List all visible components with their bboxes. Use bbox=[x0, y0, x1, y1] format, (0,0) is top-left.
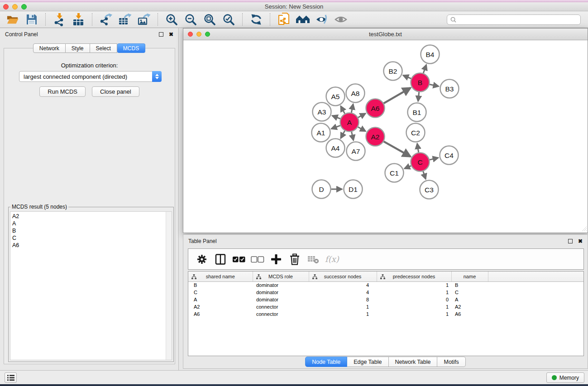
graph-node-D[interactable]: D bbox=[312, 180, 331, 199]
graph-edge-A-A7[interactable] bbox=[352, 132, 354, 140]
memory-button[interactable]: Memory bbox=[546, 372, 584, 383]
graph-edge-A-A1[interactable] bbox=[331, 125, 340, 129]
delete-columns-button[interactable] bbox=[285, 251, 304, 268]
graph-edge-A-A8[interactable] bbox=[351, 104, 353, 113]
network-canvas[interactable]: B4B2BB3A8A5A6A3B1AA1C2A2A4A7C4CC1DD1C3 bbox=[183, 40, 588, 232]
mcds-result-list[interactable]: A2ABCA6 bbox=[10, 211, 172, 360]
graph-edge-A-A4[interactable] bbox=[341, 131, 345, 138]
mcds-result-item[interactable]: C bbox=[10, 234, 172, 242]
search-field[interactable] bbox=[447, 14, 581, 25]
cell[interactable]: 8 bbox=[309, 296, 377, 303]
graph-edge-A-A2[interactable] bbox=[358, 127, 366, 132]
export-network-button[interactable] bbox=[96, 12, 115, 27]
close-table-panel-icon[interactable]: ✖ bbox=[578, 239, 583, 243]
cell[interactable]: A2 bbox=[451, 303, 488, 310]
graph-node-B2[interactable]: B2 bbox=[384, 62, 402, 81]
export-table-button[interactable] bbox=[115, 12, 134, 27]
graph-node-B1[interactable]: B1 bbox=[408, 103, 426, 122]
zoom-in-button[interactable] bbox=[162, 12, 181, 27]
cell[interactable]: 4 bbox=[309, 281, 377, 289]
graph-node-C4[interactable]: C4 bbox=[440, 146, 459, 165]
open-session-button[interactable] bbox=[3, 12, 22, 27]
import-table-button[interactable] bbox=[69, 12, 88, 27]
cell[interactable]: dominator bbox=[253, 281, 309, 289]
column-header-successor-nodes[interactable]: successor nodes bbox=[309, 272, 377, 281]
tab-motifs[interactable]: Motifs bbox=[437, 357, 465, 367]
tab-mcds[interactable]: MCDS bbox=[117, 43, 145, 53]
graph-edge-C-C2[interactable] bbox=[417, 143, 419, 152]
graph-node-A1[interactable]: A1 bbox=[312, 124, 330, 142]
cell[interactable]: 1 bbox=[377, 289, 451, 296]
export-image-button[interactable] bbox=[134, 12, 153, 27]
run-mcds-button[interactable]: Run MCDS bbox=[39, 86, 86, 97]
cell[interactable]: 0 bbox=[377, 296, 451, 303]
select-all-columns-button[interactable] bbox=[229, 251, 248, 268]
deselect-all-columns-button[interactable] bbox=[248, 251, 267, 268]
split-table-button[interactable] bbox=[211, 251, 229, 268]
column-header-shared-name[interactable]: shared name bbox=[188, 272, 253, 281]
import-network-button[interactable] bbox=[50, 12, 69, 27]
cell[interactable]: dominator bbox=[253, 296, 309, 303]
column-header-mcds-role[interactable]: MCDS role bbox=[253, 272, 309, 281]
cell[interactable]: 1 bbox=[309, 310, 377, 318]
graph-node-D1[interactable]: D1 bbox=[344, 180, 363, 199]
cell[interactable]: A bbox=[451, 296, 488, 303]
home-view-button[interactable] bbox=[293, 12, 312, 27]
table-row[interactable]: A2connector11A2 bbox=[188, 303, 583, 310]
graph-node-B3[interactable]: B3 bbox=[440, 80, 459, 98]
cell[interactable]: B bbox=[451, 281, 488, 289]
graph-node-C2[interactable]: C2 bbox=[406, 124, 425, 142]
graph-edge-A2-C[interactable] bbox=[384, 142, 411, 157]
cell[interactable]: A6 bbox=[451, 310, 488, 318]
graph-node-C[interactable]: C bbox=[411, 153, 430, 172]
graph-node-A3[interactable]: A3 bbox=[313, 103, 331, 121]
column-header-predecessor-nodes[interactable]: predecessor nodes bbox=[377, 272, 451, 281]
table-row[interactable]: Cdominator41C bbox=[188, 289, 583, 296]
graph-node-A4[interactable]: A4 bbox=[326, 139, 345, 157]
result-scrollbar[interactable] bbox=[166, 212, 172, 360]
graph-node-A8[interactable]: A8 bbox=[346, 84, 365, 103]
add-column-button[interactable] bbox=[267, 251, 285, 268]
mcds-result-item[interactable]: A6 bbox=[10, 242, 172, 249]
mcds-result-item[interactable]: A bbox=[10, 220, 172, 227]
search-input[interactable] bbox=[459, 16, 577, 23]
graph-edge-C-C1[interactable] bbox=[405, 166, 411, 168]
graph-edge-A-A5[interactable] bbox=[341, 106, 345, 114]
graph-edge-B-B2[interactable] bbox=[403, 75, 411, 78]
graph-edge-C-C3[interactable] bbox=[423, 171, 426, 179]
hide-panel-button[interactable] bbox=[312, 12, 331, 27]
graph-edge-B-B4[interactable] bbox=[423, 65, 426, 73]
clone-network-button[interactable] bbox=[274, 12, 293, 27]
save-session-button[interactable] bbox=[22, 12, 41, 27]
graph-node-A[interactable]: A bbox=[340, 113, 359, 132]
table-settings-button[interactable] bbox=[192, 251, 211, 268]
show-panel-button[interactable] bbox=[331, 12, 350, 27]
cell[interactable]: A bbox=[188, 296, 253, 303]
tab-select[interactable]: Select bbox=[90, 43, 117, 53]
float-table-panel-icon[interactable] bbox=[568, 239, 573, 243]
graph-node-B4[interactable]: B4 bbox=[421, 45, 440, 64]
graph-edge-B-B3[interactable] bbox=[430, 85, 439, 86]
close-panel-button[interactable]: Close panel bbox=[92, 86, 139, 97]
cell[interactable]: B bbox=[188, 281, 253, 289]
graph-node-A5[interactable]: A5 bbox=[326, 87, 345, 106]
graph-edge-A-A3[interactable] bbox=[332, 116, 340, 119]
graph-edge-C-C4[interactable] bbox=[430, 158, 438, 160]
cell[interactable]: 1 bbox=[309, 303, 377, 310]
resize-grip-icon[interactable] bbox=[581, 226, 587, 232]
mcds-result-item[interactable]: B bbox=[10, 227, 172, 234]
zoom-fit-button[interactable] bbox=[200, 12, 219, 27]
task-history-button[interactable] bbox=[5, 372, 17, 383]
float-panel-icon[interactable] bbox=[159, 32, 163, 37]
graph-node-A7[interactable]: A7 bbox=[347, 142, 365, 161]
tab-edge-table[interactable]: Edge Table bbox=[347, 357, 388, 367]
graph-node-A6[interactable]: A6 bbox=[366, 99, 385, 118]
tab-style[interactable]: Style bbox=[66, 43, 90, 53]
cell[interactable]: A2 bbox=[188, 303, 253, 310]
close-panel-icon[interactable]: ✖ bbox=[169, 32, 173, 37]
graph-edge-B-B1[interactable] bbox=[418, 92, 419, 101]
graph-node-B[interactable]: B bbox=[411, 73, 430, 92]
graph-edge-A6-B[interactable] bbox=[384, 88, 411, 103]
zoom-out-button[interactable] bbox=[181, 12, 200, 27]
table-row[interactable]: Adominator80A bbox=[188, 296, 583, 303]
